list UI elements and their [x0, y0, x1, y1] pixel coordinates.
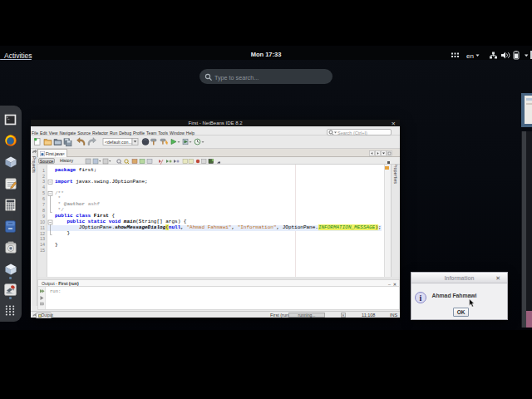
svg-text:<default con...: <default con...: [105, 140, 132, 145]
svg-text:en: en: [466, 52, 474, 60]
